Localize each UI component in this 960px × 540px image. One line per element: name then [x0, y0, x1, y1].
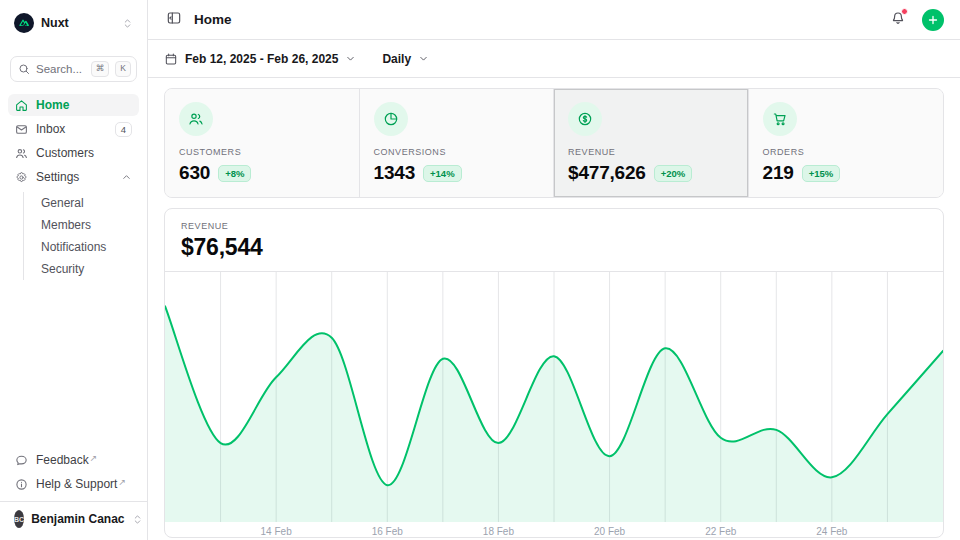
sidebar-item-general[interactable]: General: [24, 192, 139, 214]
sidebar-item-customers[interactable]: Customers: [8, 142, 139, 164]
chevron-up-icon: [121, 172, 132, 183]
date-range-label: Feb 12, 2025 - Feb 26, 2025: [185, 52, 338, 66]
stat-card-customers[interactable]: CUSTOMERS 630 +8%: [165, 89, 360, 197]
kbd-k: K: [115, 61, 131, 76]
inbox-icon: [15, 123, 28, 136]
stat-value: $477,626: [568, 162, 646, 184]
user-menu[interactable]: BC Benjamin Canac: [8, 502, 139, 532]
x-axis-tick-label: 14 Feb: [261, 526, 293, 537]
search-placeholder: Search...: [36, 63, 85, 75]
chart-header: REVENUE $76,544: [165, 209, 943, 272]
filter-toolbar: Feb 12, 2025 - Feb 26, 2025 Daily: [148, 40, 960, 78]
chart-metric-value: $76,544: [181, 234, 927, 261]
x-axis-tick-label: 20 Feb: [594, 526, 626, 537]
avatar: BC: [14, 510, 24, 528]
x-axis-tick-label: 22 Feb: [705, 526, 737, 537]
users-icon: [15, 147, 28, 160]
plus-icon: [927, 14, 939, 26]
inbox-count-badge: 4: [115, 122, 132, 137]
stat-delta-badge: +15%: [802, 165, 841, 182]
header: Home: [148, 0, 960, 40]
chevron-up-down-icon: [132, 514, 143, 525]
search-icon: [18, 63, 30, 75]
stat-delta-badge: +14%: [423, 165, 462, 182]
shopping-cart-icon: [763, 102, 797, 136]
notification-dot: [901, 8, 908, 15]
collapse-sidebar-button[interactable]: [164, 8, 184, 31]
users-icon: [179, 102, 213, 136]
workspace-switcher[interactable]: Nuxt: [8, 8, 139, 38]
stat-delta-badge: +20%: [654, 165, 693, 182]
stat-value: 1343: [374, 162, 416, 184]
stat-card-orders[interactable]: ORDERS 219 +15%: [749, 89, 944, 197]
chevron-down-icon: [345, 53, 356, 64]
chevron-up-down-icon: [122, 18, 133, 29]
settings-subnav: General Members Notifications Security: [23, 192, 139, 280]
sidebar-item-notifications[interactable]: Notifications: [24, 236, 139, 258]
kbd-cmd: ⌘: [91, 61, 110, 76]
feedback-link[interactable]: Feedback↗: [8, 449, 139, 471]
stat-value: 219: [763, 162, 794, 184]
help-support-link[interactable]: Help & Support↗: [8, 473, 139, 495]
sidebar-item-home[interactable]: Home: [8, 94, 139, 116]
x-axis-tick-label: 18 Feb: [483, 526, 515, 537]
stat-card-conversions[interactable]: CONVERSIONS 1343 +14%: [360, 89, 555, 197]
sidebar-item-security[interactable]: Security: [24, 258, 139, 280]
dollar-circle-icon: [568, 102, 602, 136]
external-link-icon: ↗: [118, 477, 126, 487]
date-range-picker[interactable]: Feb 12, 2025 - Feb 26, 2025: [164, 52, 356, 66]
user-name: Benjamin Canac: [31, 512, 124, 526]
period-select[interactable]: Daily: [382, 52, 429, 66]
x-axis-tick-label: 24 Feb: [816, 526, 848, 537]
chart-metric-label: REVENUE: [181, 221, 927, 231]
gear-icon: [15, 171, 28, 184]
nuxt-logo-icon: [14, 13, 34, 33]
notifications-button[interactable]: [888, 8, 908, 31]
sidebar-footer: Feedback↗ Help & Support↗: [8, 449, 139, 501]
panel-left-icon: [166, 10, 182, 26]
stats-row: CUSTOMERS 630 +8% CONVERSIONS 1343 +14%: [164, 88, 944, 198]
workspace-name: Nuxt: [41, 16, 115, 30]
calendar-icon: [164, 52, 178, 66]
stat-value: 630: [179, 162, 210, 184]
revenue-area-chart: 14 Feb16 Feb18 Feb20 Feb22 Feb24 Feb: [165, 272, 943, 538]
search-input[interactable]: Search... ⌘ K: [10, 56, 137, 82]
content: CUSTOMERS 630 +8% CONVERSIONS 1343 +14%: [148, 78, 960, 540]
stat-label: CONVERSIONS: [374, 147, 540, 157]
pie-chart-icon: [374, 102, 408, 136]
speech-bubble-icon: [15, 454, 28, 467]
x-axis-tick-label: 16 Feb: [372, 526, 404, 537]
chevron-down-icon: [418, 53, 429, 64]
sidebar-item-inbox[interactable]: Inbox 4: [8, 118, 139, 140]
stat-label: REVENUE: [568, 147, 734, 157]
revenue-chart-card: REVENUE $76,544 14 Feb16 Feb18 Feb20 Feb…: [164, 208, 944, 538]
add-button[interactable]: [922, 9, 944, 31]
page-title: Home: [194, 12, 878, 27]
sidebar-nav: Home Inbox 4 Customers Settings Genera: [8, 94, 139, 280]
home-icon: [15, 99, 28, 112]
stat-label: CUSTOMERS: [179, 147, 345, 157]
main-area: Home Feb 12, 2025 - Feb 26, 2025 Daily: [148, 0, 960, 540]
stat-card-revenue[interactable]: REVENUE $477,626 +20%: [554, 89, 749, 197]
stat-delta-badge: +8%: [218, 165, 251, 182]
sidebar: Nuxt Search... ⌘ K Home Inbox 4: [0, 0, 148, 540]
stat-label: ORDERS: [763, 147, 930, 157]
sidebar-item-members[interactable]: Members: [24, 214, 139, 236]
period-label: Daily: [382, 52, 411, 66]
external-link-icon: ↗: [90, 453, 98, 463]
info-circle-icon: [15, 478, 28, 491]
sidebar-item-settings[interactable]: Settings: [8, 166, 139, 188]
